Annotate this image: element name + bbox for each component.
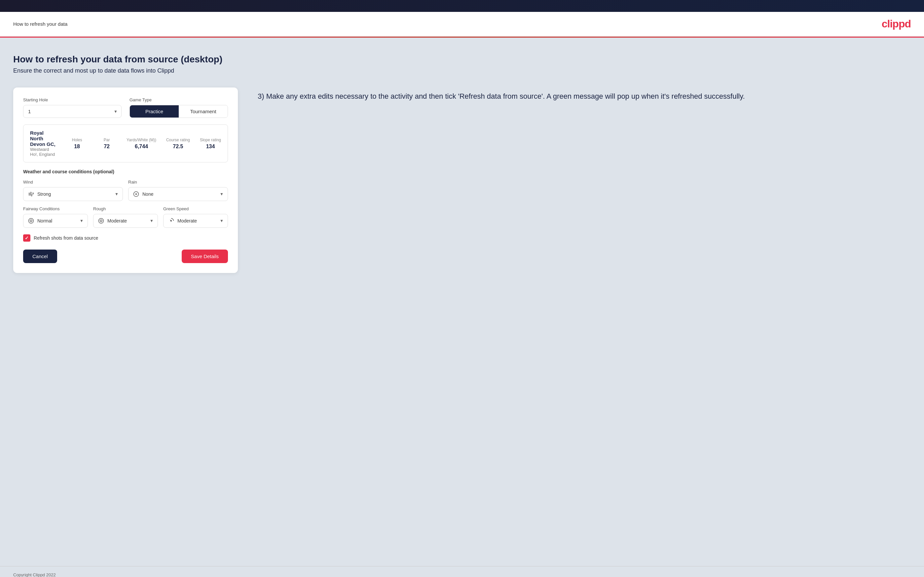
side-description-text: 3) Make any extra edits necessary to the…: [258, 91, 911, 102]
fairway-value: Normal: [37, 218, 77, 224]
stat-slope-rating: Slope rating 134: [200, 138, 221, 150]
tournament-button[interactable]: Tournament: [179, 105, 228, 118]
page-heading: How to refresh your data from source (de…: [13, 54, 911, 65]
refresh-label: Refresh shots from data source: [34, 235, 98, 241]
save-button[interactable]: Save Details: [182, 250, 228, 263]
stat-par: Par 72: [97, 138, 116, 150]
course-name: Royal North Devon GC,: [30, 130, 57, 147]
green-speed-chevron-icon: ▼: [220, 219, 224, 223]
green-speed-select-wrapper[interactable]: Moderate ▼: [163, 214, 228, 228]
footer: Copyright Clippd 2022: [0, 566, 924, 577]
wind-rain-row: Wind Strong ▼ Rain: [23, 180, 228, 201]
svg-point-3: [30, 220, 32, 222]
fairway-chevron-icon: ▼: [80, 219, 84, 223]
course-location: Westward Ho!, England: [30, 147, 57, 157]
form-card: Starting Hole 1 ▼ Game Type Practice Tou…: [13, 87, 238, 273]
game-type-group: Game Type Practice Tournament: [129, 97, 228, 118]
page-subheading: Ensure the correct and most up to date d…: [13, 67, 911, 74]
rough-group: Rough Moderate ▼: [93, 206, 158, 228]
stat-holes: Holes 18: [67, 138, 87, 150]
stat-yards: Yards/White (M)) 6,744: [126, 138, 156, 150]
wind-chevron-icon: ▼: [115, 192, 119, 197]
content-layout: Starting Hole 1 ▼ Game Type Practice Tou…: [13, 87, 911, 273]
game-type-toggle: Practice Tournament: [129, 105, 228, 118]
header-title: How to refresh your data: [13, 21, 68, 27]
rain-chevron-icon: ▼: [220, 192, 224, 197]
logo: clippd: [882, 18, 911, 30]
fairway-group: Fairway Conditions Normal ▼: [23, 206, 88, 228]
holes-value: 18: [74, 143, 80, 150]
fairway-icon: [27, 217, 35, 224]
rough-chevron-icon: ▼: [150, 219, 153, 223]
course-rating-value: 72.5: [173, 143, 183, 150]
main-content: How to refresh your data from source (de…: [0, 38, 924, 566]
form-row-top: Starting Hole 1 ▼ Game Type Practice Tou…: [23, 97, 228, 118]
wind-value: Strong: [37, 192, 112, 197]
fairway-select-wrapper[interactable]: Normal ▼: [23, 214, 88, 228]
game-type-label: Game Type: [129, 97, 228, 102]
rain-select-wrapper[interactable]: None ▼: [128, 187, 228, 201]
stat-course-rating: Course rating 72.5: [166, 138, 190, 150]
svg-point-4: [99, 219, 104, 224]
starting-hole-label: Starting Hole: [23, 97, 121, 102]
conditions-section: Weather and course conditions (optional)…: [23, 169, 228, 228]
starting-hole-select-wrapper: 1 ▼: [23, 105, 121, 118]
copyright-text: Copyright Clippd 2022: [13, 572, 56, 577]
starting-hole-group: Starting Hole 1 ▼: [23, 97, 121, 118]
rough-select-wrapper[interactable]: Moderate ▼: [93, 214, 158, 228]
rough-label: Rough: [93, 206, 158, 211]
cancel-button[interactable]: Cancel: [23, 250, 57, 263]
course-rating-label: Course rating: [166, 138, 190, 142]
fairway-label: Fairway Conditions: [23, 206, 88, 211]
starting-hole-select[interactable]: 1: [23, 105, 121, 118]
course-name-block: Royal North Devon GC, Westward Ho!, Engl…: [30, 130, 57, 157]
side-description: 3) Make any extra edits necessary to the…: [258, 87, 911, 102]
rain-value: None: [142, 192, 217, 197]
rain-icon: [132, 190, 140, 198]
par-value: 72: [104, 143, 110, 150]
wind-select-wrapper[interactable]: Strong ▼: [23, 187, 123, 201]
header: How to refresh your data clippd: [0, 12, 924, 37]
button-row: Cancel Save Details: [23, 250, 228, 263]
green-speed-label: Green Speed: [163, 206, 228, 211]
rough-value: Moderate: [107, 218, 147, 224]
refresh-checkbox-row: ✓ Refresh shots from data source: [23, 234, 228, 242]
holes-label: Holes: [72, 138, 82, 142]
wind-group: Wind Strong ▼: [23, 180, 123, 201]
svg-point-2: [29, 219, 34, 224]
rain-group: Rain None ▼: [128, 180, 228, 201]
par-label: Par: [104, 138, 110, 142]
rough-icon: [97, 217, 105, 224]
top-bar: [0, 0, 924, 12]
wind-label: Wind: [23, 180, 123, 185]
slope-rating-label: Slope rating: [200, 138, 221, 142]
conditions-title: Weather and course conditions (optional): [23, 169, 228, 174]
svg-point-5: [100, 220, 102, 222]
checkmark-icon: ✓: [25, 235, 29, 241]
practice-button[interactable]: Practice: [130, 105, 179, 118]
green-speed-value: Moderate: [178, 218, 217, 224]
wind-icon: [27, 190, 35, 198]
green-speed-group: Green Speed Moderate ▼: [163, 206, 228, 228]
yards-label: Yards/White (M)): [126, 138, 156, 142]
fairway-rough-green-row: Fairway Conditions Normal ▼: [23, 206, 228, 228]
slope-rating-value: 134: [206, 143, 215, 150]
rain-label: Rain: [128, 180, 228, 185]
refresh-checkbox[interactable]: ✓: [23, 234, 31, 242]
course-info-box: Royal North Devon GC, Westward Ho!, Engl…: [23, 124, 228, 163]
yards-value: 6,744: [135, 143, 148, 150]
green-speed-icon: [168, 217, 175, 224]
